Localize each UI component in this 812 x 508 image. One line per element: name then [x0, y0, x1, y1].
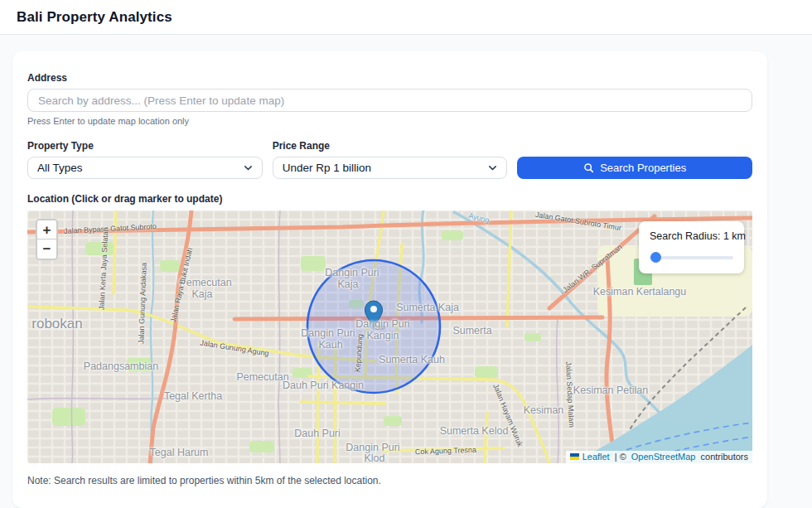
- slider-track: [650, 256, 733, 259]
- chevron-down-icon: [487, 162, 498, 173]
- property-type-label: Property Type: [27, 140, 263, 152]
- search-button-label: Search Properties: [600, 162, 686, 174]
- location-label: Location (Click or drag marker to update…: [27, 193, 752, 205]
- address-helper-text: Press Enter to update map location only: [27, 116, 752, 126]
- price-range-label: Price Range: [273, 140, 508, 152]
- chevron-down-icon: [243, 162, 254, 173]
- price-range-field: Price Range Under Rp 1 billion: [273, 140, 508, 179]
- slider-thumb[interactable]: [650, 252, 661, 263]
- map[interactable]: PemecutanKajarobokanPadangsambianPemecut…: [27, 210, 752, 463]
- page-title: Bali Property Analytics: [17, 9, 172, 26]
- note-text: Note: Search results are limited to prop…: [27, 475, 752, 486]
- attribution-divider: | ©: [612, 452, 629, 462]
- property-type-value: All Types: [37, 162, 83, 174]
- address-search-input[interactable]: [27, 89, 752, 112]
- property-type-select[interactable]: All Types: [27, 157, 263, 179]
- search-radius-panel: Search Radius: 1 km: [639, 221, 744, 273]
- app-header: Bali Property Analytics: [0, 0, 812, 35]
- zoom-in-button[interactable]: +: [37, 220, 56, 239]
- search-icon: [583, 162, 594, 173]
- property-type-field: Property Type All Types: [27, 140, 263, 179]
- controls-row: Property Type All Types Price Range Unde…: [27, 140, 752, 179]
- zoom-out-button[interactable]: −: [37, 239, 56, 259]
- radius-slider[interactable]: [650, 252, 733, 263]
- price-range-value: Under Rp 1 billion: [283, 162, 371, 174]
- price-range-select[interactable]: Under Rp 1 billion: [273, 157, 508, 179]
- search-radius-label: Search Radius: 1 km: [650, 230, 733, 242]
- search-panel-card: Address Press Enter to update map locati…: [12, 51, 767, 508]
- ukraine-flag-icon: [570, 453, 579, 460]
- search-properties-button[interactable]: Search Properties: [517, 157, 752, 179]
- address-label: Address: [27, 72, 752, 84]
- map-attribution: Leaflet | © OpenStreetMap contributors: [566, 451, 752, 463]
- attribution-suffix: contributors: [698, 452, 748, 462]
- leaflet-link[interactable]: Leaflet: [582, 452, 610, 462]
- map-zoom-control: + −: [36, 219, 58, 260]
- openstreetmap-link[interactable]: OpenStreetMap: [631, 452, 696, 462]
